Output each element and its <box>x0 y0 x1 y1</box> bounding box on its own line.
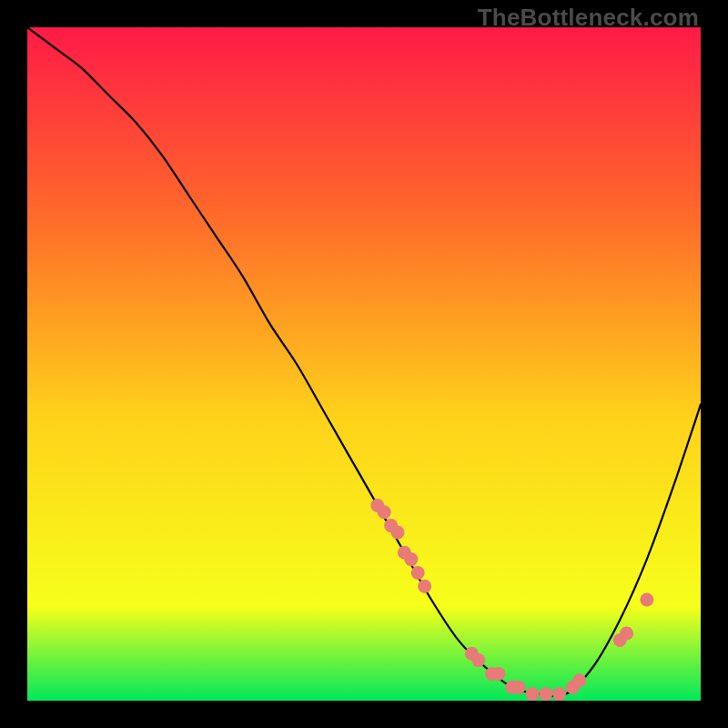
curve-dot <box>492 667 506 681</box>
curve-dot <box>552 687 566 701</box>
gradient-background <box>27 27 701 701</box>
chart-frame <box>27 27 701 701</box>
bottleneck-chart <box>27 27 701 701</box>
curve-dot <box>512 681 526 694</box>
curve-dot <box>526 687 540 701</box>
curve-dot <box>411 566 425 580</box>
curve-dot <box>471 653 485 667</box>
curve-dot <box>620 627 633 641</box>
curve-dot <box>640 593 653 607</box>
curve-dot <box>572 673 586 687</box>
curve-dot <box>539 687 552 701</box>
curve-dot <box>404 552 418 566</box>
curve-dot <box>378 505 391 519</box>
curve-dot <box>391 526 405 540</box>
curve-dot <box>418 580 431 593</box>
